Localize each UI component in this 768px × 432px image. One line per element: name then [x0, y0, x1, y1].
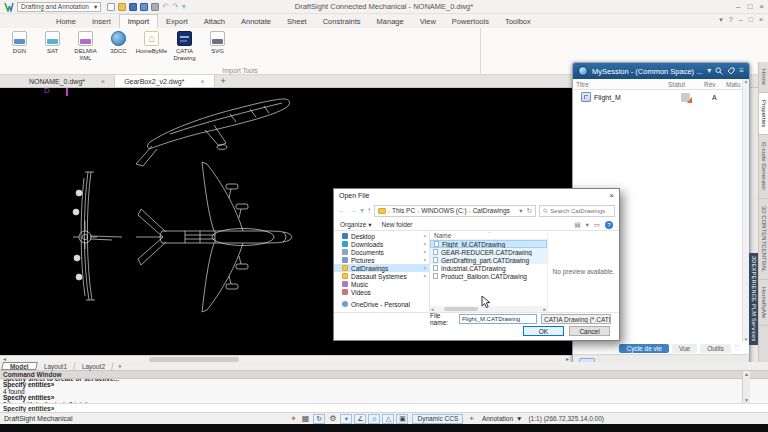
undo-icon[interactable]: ↶: [162, 3, 169, 11]
import-sat-button[interactable]: SAT: [37, 30, 68, 61]
save-icon[interactable]: [129, 3, 137, 11]
file-row-gear-reducer[interactable]: GEAR-REDUCER.CATDrawing: [430, 248, 547, 256]
minimize-button[interactable]: –: [736, 2, 740, 12]
tree-item-downloads[interactable]: Downloads✦: [334, 240, 429, 248]
new-tab-button[interactable]: +: [215, 75, 232, 87]
doc-close-icon[interactable]: ×: [759, 16, 763, 24]
help-icon[interactable]: ?: [729, 16, 733, 24]
tree-item-documents[interactable]: Documents✦: [334, 248, 429, 256]
collapse-panel-icon[interactable]: ▾: [707, 66, 711, 76]
sheet-tab-model[interactable]: Model: [1, 362, 37, 370]
tree-item-onedrive[interactable]: OneDrive - Personal: [334, 300, 429, 308]
ortho-toggle-icon[interactable]: ⌂: [368, 414, 380, 424]
scroll-down-icon[interactable]: ▼: [744, 337, 748, 342]
doc-tab-noname[interactable]: NONAME_0.dwg* ×: [20, 75, 115, 87]
command-scrollbar[interactable]: ▲▼: [742, 371, 750, 403]
import-svg-button[interactable]: SVG: [202, 30, 233, 61]
ribbon-tab-export[interactable]: Export: [158, 15, 196, 28]
import-homebyme-button[interactable]: ⌂ HomeByMe: [136, 30, 167, 61]
side-tab-3dcontentcentral[interactable]: 3D CONTENTCENTRAL: [759, 199, 768, 280]
ribbon-tab-toolbox[interactable]: Toolbox: [497, 15, 539, 28]
side-tab-homebyme[interactable]: HomeByMe: [759, 280, 768, 326]
ribbon-pin-icon[interactable]: ▾: [719, 16, 723, 24]
ribbon-tab-insert[interactable]: Insert: [84, 15, 119, 28]
organize-button[interactable]: Organize ▾: [340, 221, 371, 229]
doc-restore-icon[interactable]: □: [749, 16, 753, 24]
file-list-header[interactable]: Name ˆ: [430, 231, 547, 240]
close-tab-icon[interactable]: ×: [101, 78, 105, 85]
col-rev[interactable]: Rév: [701, 81, 723, 88]
import-dgn-button[interactable]: DGN: [4, 30, 35, 61]
up-icon[interactable]: ↑: [367, 206, 371, 215]
col-titre[interactable]: Titre: [573, 81, 665, 88]
new-file-icon[interactable]: [107, 3, 115, 11]
file-row-flight-m[interactable]: Flight_M.CATDrawing: [430, 240, 547, 248]
tab-3dexperience-plm[interactable]: 3DEXPERIENCE PLM Services: [749, 253, 758, 345]
help-icon[interactable]: ?: [605, 221, 613, 229]
tag-icon[interactable]: [727, 67, 735, 75]
close-button[interactable]: ×: [759, 2, 764, 12]
view-dropdown-icon[interactable]: ▾: [586, 221, 589, 229]
panel-menu-icon[interactable]: ≡: [739, 66, 744, 76]
ribbon-tab-import[interactable]: Import: [119, 14, 158, 28]
ok-button[interactable]: OK: [523, 326, 564, 336]
ribbon-tab-manage[interactable]: Manage: [369, 15, 412, 28]
annotation-scale-dropdown[interactable]: Annotation ▼: [482, 415, 523, 422]
redo-icon[interactable]: ↷: [172, 3, 179, 11]
dialog-close-icon[interactable]: ×: [609, 191, 614, 200]
file-row-industrial[interactable]: Industrial.CATDrawing: [430, 264, 547, 272]
file-row-product-balloon[interactable]: Product_Balloon.CATDrawing: [430, 272, 547, 280]
breadcrumb-drive[interactable]: WINDOWS (C:): [421, 207, 467, 214]
ribbon-tab-annotate[interactable]: Annotate: [233, 15, 279, 28]
file-row-gendrafting-part[interactable]: GenDrafting_part.CATDrawing: [430, 256, 547, 264]
ribbon-tab-view[interactable]: View: [412, 15, 444, 28]
tree-item-pictures[interactable]: Pictures✦: [334, 256, 429, 264]
breadcrumb-this-pc[interactable]: This PC: [392, 207, 415, 214]
side-tab-gcode-generator[interactable]: G-code Generator: [759, 135, 768, 198]
canvas-horizontal-scrollbar[interactable]: ◄ ►: [0, 355, 572, 362]
tree-item-dassault-systemes[interactable]: Dassault Systemes✦: [334, 272, 429, 280]
command-input[interactable]: Specify entities»: [0, 403, 768, 412]
refresh-toggle-icon[interactable]: ↻: [313, 414, 325, 424]
open-file-icon[interactable]: [118, 3, 126, 11]
back-icon[interactable]: ←: [338, 206, 346, 215]
scroll-right-icon[interactable]: ►: [543, 307, 547, 312]
maximize-button[interactable]: □: [747, 2, 752, 12]
cancel-button[interactable]: Cancel: [569, 326, 610, 336]
filename-input[interactable]: [459, 314, 537, 324]
doc-minimize-icon[interactable]: –: [739, 16, 743, 24]
grid-toggle-icon[interactable]: ▦: [300, 414, 312, 423]
favorite-heart-icon[interactable]: ♡: [734, 344, 741, 353]
customize-qat-icon[interactable]: ▾: [182, 3, 186, 11]
tab-outils[interactable]: Outils: [700, 344, 731, 353]
sheet-tab-layout1[interactable]: Layout1: [36, 362, 76, 370]
polar-toggle-icon[interactable]: △: [382, 414, 394, 424]
col-matu[interactable]: Matu...: [723, 81, 741, 88]
col-statut[interactable]: Statut: [665, 81, 701, 88]
ribbon-tab-attach[interactable]: Attach: [196, 15, 233, 28]
scrollbar-thumb[interactable]: [444, 307, 478, 311]
breadcrumb-folder[interactable]: CatDrawings: [473, 207, 510, 214]
print-icon[interactable]: [151, 3, 159, 11]
filetype-dropdown[interactable]: CATIA Drawing (*.CATDrawing) ▾: [541, 314, 611, 324]
etrack-toggle-icon[interactable]: ∠: [354, 414, 366, 424]
add-workspace-icon[interactable]: +: [467, 414, 476, 423]
close-tab-icon[interactable]: ×: [200, 78, 204, 85]
view-list-icon[interactable]: ▤: [574, 221, 580, 229]
scroll-down-icon[interactable]: ▼: [744, 397, 749, 403]
add-sheet-button[interactable]: +: [113, 362, 127, 370]
search-box[interactable]: [539, 205, 615, 217]
scroll-left-icon[interactable]: ◄: [430, 307, 434, 312]
search-icon[interactable]: [715, 67, 723, 75]
ribbon-tab-sheet[interactable]: Sheet: [279, 15, 315, 28]
dialog-title-bar[interactable]: Open File ×: [334, 189, 619, 202]
panel-vertical-scrollbar[interactable]: ▲▼: [742, 79, 749, 342]
preview-pane-icon[interactable]: ▭: [594, 221, 600, 229]
name-column-header[interactable]: Name: [434, 232, 451, 239]
tree-item-catdrawings[interactable]: CatDrawings✦: [334, 264, 429, 272]
command-window-header[interactable]: Command Window: [0, 371, 768, 379]
scroll-up-icon[interactable]: ▲: [744, 371, 749, 377]
lineweight-toggle-icon[interactable]: ▣: [396, 414, 408, 424]
side-tab-properties[interactable]: Properties: [759, 93, 768, 135]
doc-tab-gearbox[interactable]: GearBox2_v2.dwg* ×: [115, 75, 214, 87]
